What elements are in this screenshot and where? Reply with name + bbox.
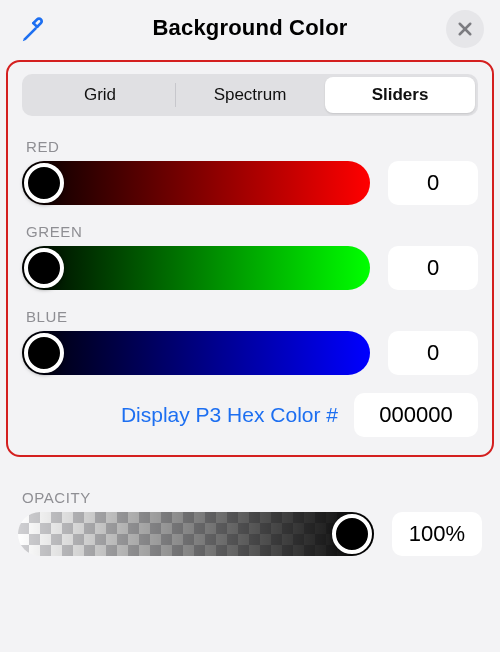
green-label: GREEN: [26, 223, 478, 240]
red-label: RED: [26, 138, 478, 155]
tab-spectrum-label: Spectrum: [214, 85, 287, 105]
opacity-section: OPACITY 100%: [18, 489, 482, 556]
red-value-field[interactable]: 0: [388, 161, 478, 205]
color-profile-label: Display P3 Hex Color #: [121, 403, 338, 426]
red-channel: RED 0: [22, 138, 478, 205]
page-title: Background Color: [152, 15, 347, 41]
sliders-highlight-frame: Grid Spectrum Sliders RED 0 GREEN 0: [6, 60, 494, 457]
opacity-slider-thumb[interactable]: [332, 514, 372, 554]
red-slider-thumb[interactable]: [24, 163, 64, 203]
green-row: 0: [22, 246, 478, 290]
color-profile-link[interactable]: Display P3 Hex Color #: [121, 403, 338, 427]
green-slider-track[interactable]: [22, 246, 370, 290]
opacity-gradient-overlay: [18, 512, 374, 556]
green-slider-thumb[interactable]: [24, 248, 64, 288]
hex-value-field[interactable]: 000000: [354, 393, 478, 437]
opacity-value-field[interactable]: 100%: [392, 512, 482, 556]
mode-segmented-control: Grid Spectrum Sliders: [22, 74, 478, 116]
tab-sliders-label: Sliders: [372, 85, 429, 105]
opacity-row: 100%: [18, 512, 482, 556]
hex-row: Display P3 Hex Color # 000000: [22, 393, 478, 437]
eyedropper-button[interactable]: [16, 12, 52, 48]
close-icon: [456, 20, 474, 38]
hex-value-text: 000000: [379, 402, 452, 428]
red-slider-track[interactable]: [22, 161, 370, 205]
blue-row: 0: [22, 331, 478, 375]
red-value-text: 0: [427, 170, 439, 196]
eyedropper-icon: [19, 15, 49, 45]
green-value-field[interactable]: 0: [388, 246, 478, 290]
blue-value-field[interactable]: 0: [388, 331, 478, 375]
opacity-value-text: 100%: [409, 521, 465, 547]
green-value-text: 0: [427, 255, 439, 281]
blue-label: BLUE: [26, 308, 478, 325]
opacity-label: OPACITY: [22, 489, 482, 506]
tab-grid[interactable]: Grid: [25, 77, 175, 113]
green-channel: GREEN 0: [22, 223, 478, 290]
blue-slider-track[interactable]: [22, 331, 370, 375]
tab-sliders[interactable]: Sliders: [325, 77, 475, 113]
tab-grid-label: Grid: [84, 85, 116, 105]
tab-spectrum[interactable]: Spectrum: [175, 77, 325, 113]
header: Background Color: [0, 0, 500, 56]
blue-value-text: 0: [427, 340, 439, 366]
opacity-slider-track[interactable]: [18, 512, 374, 556]
blue-slider-thumb[interactable]: [24, 333, 64, 373]
red-row: 0: [22, 161, 478, 205]
blue-channel: BLUE 0: [22, 308, 478, 375]
close-button[interactable]: [446, 10, 484, 48]
